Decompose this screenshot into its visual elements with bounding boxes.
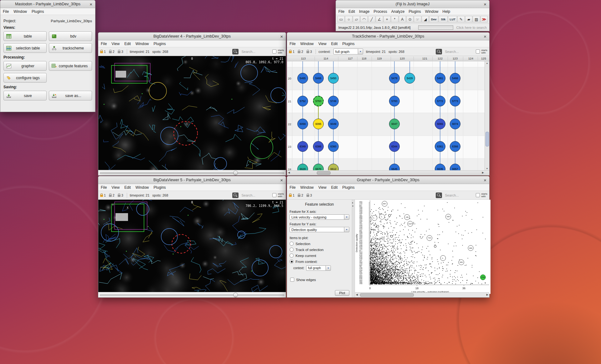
starts-with-checkbox[interactable] [272, 49, 276, 54]
bdv4-time-slider[interactable] [98, 170, 286, 175]
column-header-119[interactable]: 119 [377, 57, 382, 60]
text-tool[interactable]: A [399, 16, 406, 23]
configure-tags-button[interactable]: configure tags [3, 73, 47, 83]
starts-with-toggle[interactable]: starts with [476, 193, 487, 198]
grapher-titlebar[interactable]: Grapher - Parhyale_LimbDev_30tps × [287, 176, 489, 184]
mastodon-titlebar[interactable]: Mastodon - Parhyale_LimbDev_30tps × [0, 0, 95, 8]
close-icon[interactable]: × [484, 2, 486, 7]
imagej-search-hint[interactable]: Click here to search [456, 26, 487, 29]
column-header-122[interactable]: 122 [438, 57, 443, 60]
selection-table-button[interactable]: selection table [3, 43, 47, 53]
menu-plugins[interactable]: Plugins [154, 185, 166, 190]
lut-tool[interactable]: LUT [448, 16, 457, 23]
radio-from-context[interactable]: From context: [290, 259, 349, 264]
menu-plugins[interactable]: Plugins [342, 185, 355, 190]
save-button[interactable]: save [3, 91, 47, 100]
grapher-hscrollbar[interactable]: ◀ ▶ [355, 292, 489, 297]
stack-tool[interactable]: Stk [439, 16, 448, 23]
menu-file[interactable]: File [290, 185, 295, 190]
imagej-titlebar[interactable]: (Fiji Is Just) ImageJ × [336, 0, 489, 8]
wand-tool[interactable]: * [391, 16, 398, 23]
spot-5749[interactable]: 5749 [328, 96, 339, 106]
starts-with-checkbox[interactable] [476, 49, 480, 54]
starts-with-toggle[interactable]: starts with [272, 193, 284, 198]
column-header-120[interactable]: 120 [400, 57, 405, 60]
menu-view[interactable]: View [111, 42, 120, 46]
oval-tool[interactable]: ○ [345, 16, 352, 23]
spot-6047[interactable]: 6047 [389, 119, 400, 129]
more-tools[interactable]: ≫ [480, 16, 488, 23]
y-axis-feature-dropdown[interactable]: Detection quality [290, 227, 349, 232]
grapher-button[interactable]: grapher [3, 61, 47, 71]
scroll-up-icon[interactable]: ▲ [485, 62, 489, 64]
radio-keep-current[interactable]: Keep current [290, 254, 349, 258]
menu-process[interactable]: Process [373, 9, 387, 14]
spot-5466[interactable]: 5466 [313, 73, 324, 84]
bdv4-viewport[interactable]: 0 t = 21 865.8, 1092.6, 977.0 [98, 56, 286, 170]
column-header-123[interactable]: 123 [453, 57, 458, 60]
menu-window[interactable]: Window [300, 42, 314, 46]
bdv-button[interactable]: bdv [49, 31, 92, 41]
slider-knob[interactable] [233, 293, 238, 297]
starts-with-toggle[interactable]: starts with [476, 49, 487, 54]
table-button[interactable]: table [3, 31, 47, 41]
spot-6349[interactable]: 6349 [297, 141, 308, 152]
column-header-121[interactable]: 121 [422, 57, 427, 60]
lock-group-2[interactable]: 2 [298, 193, 303, 197]
spot-5429[interactable]: 5429 [404, 73, 415, 84]
column-header-113[interactable]: 113 [301, 57, 306, 60]
search-input[interactable]: Search... [241, 193, 270, 197]
menu-plugins[interactable]: Plugins [342, 42, 355, 46]
hand-tool[interactable]: ☞ [414, 16, 421, 23]
menu-view[interactable]: View [111, 185, 120, 190]
menu-edit[interactable]: Edit [331, 42, 338, 46]
column-header-117[interactable]: 117 [348, 57, 352, 60]
menu-file[interactable]: File [3, 9, 9, 14]
lock-group-2[interactable]: 2 [298, 50, 303, 54]
scroll-left-icon[interactable]: ◀ [356, 293, 358, 296]
slider-knob[interactable] [233, 171, 238, 175]
radio-track-of-selection[interactable]: Track of selection [290, 248, 349, 252]
x-axis-feature-dropdown[interactable]: Link velocity - outgoing [290, 214, 349, 220]
menu-file[interactable]: File [101, 42, 107, 46]
menu-view[interactable]: View [318, 42, 326, 46]
column-header-118[interactable]: 118 [362, 57, 366, 60]
search-icon[interactable] [436, 192, 442, 198]
menu-window[interactable]: Window [136, 42, 149, 46]
lock-group-1[interactable]: 1 [100, 50, 106, 54]
lock-group-3[interactable]: 3 [118, 50, 123, 54]
zoom-tool[interactable]: ⊙ [406, 16, 414, 23]
rectangle-tool[interactable]: ▭ [337, 16, 345, 23]
spot-6059[interactable]: 6059 [297, 119, 308, 129]
spot-5450[interactable]: 5450 [328, 73, 339, 84]
line-tool[interactable]: ╱ [368, 16, 375, 23]
menu-edit[interactable]: Edit [331, 185, 338, 190]
trackscheme-button[interactable]: trackscheme [49, 43, 92, 53]
menu-edit[interactable]: Edit [124, 42, 131, 46]
search-input[interactable]: Search... [241, 50, 270, 54]
scatter-plot-canvas[interactable] [355, 200, 491, 294]
spot-6049[interactable]: 6049 [328, 119, 339, 129]
menu-view[interactable]: View [318, 185, 326, 190]
menu-edit[interactable]: Edit [124, 185, 131, 190]
menu-window[interactable]: Window [300, 185, 314, 190]
column-header-124[interactable]: 124 [468, 57, 473, 60]
hscroll-thumb[interactable] [317, 171, 331, 175]
paintbrush-tool[interactable]: ▰ [465, 16, 472, 23]
menu-plugins[interactable]: Plugins [32, 9, 44, 14]
spot-6074[interactable]: 6074 [450, 119, 460, 129]
context-dropdown[interactable]: full graph [306, 265, 331, 271]
spot-5478[interactable]: 5478 [389, 73, 400, 84]
save-as-button[interactable]: save as... [49, 91, 92, 100]
bdv5-canvas[interactable] [98, 200, 286, 292]
spot-5783[interactable]: 5783 [389, 96, 400, 106]
lock-group-3[interactable]: 3 [306, 193, 312, 197]
lock-group-2[interactable]: 2 [109, 50, 115, 54]
spot-5772[interactable]: 5772 [435, 96, 445, 106]
spot-6344[interactable]: 6344 [389, 141, 400, 152]
spot-5461[interactable]: 5461 [435, 73, 445, 84]
radio-selection[interactable]: Selection [290, 242, 349, 246]
scroll-right-icon[interactable]: ▶ [486, 293, 488, 296]
column-header-125[interactable]: 125 [481, 57, 486, 60]
scroll-left-icon[interactable]: ◀ [288, 171, 290, 174]
